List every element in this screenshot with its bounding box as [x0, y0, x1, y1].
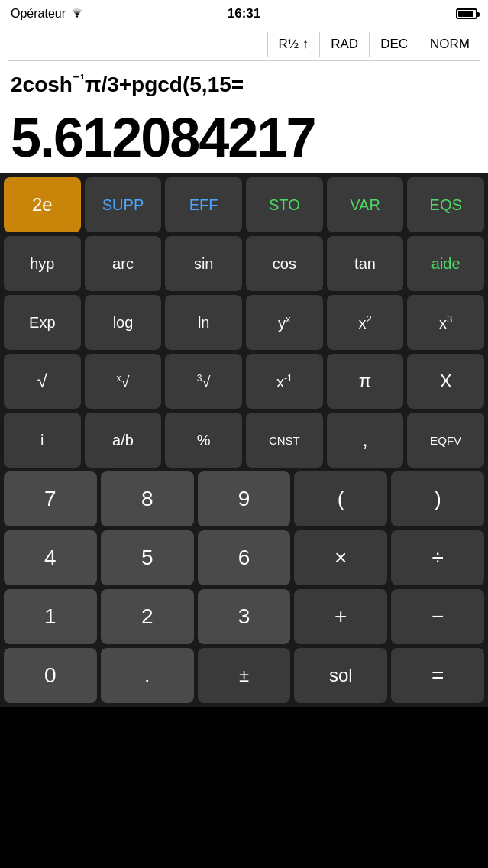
key-rparen[interactable]: ) — [391, 471, 484, 526]
key-cnst[interactable]: CNST — [246, 413, 323, 468]
key-row-7: 4 5 6 × ÷ — [4, 530, 484, 585]
mode-bar: R½ ↑ RAD DEC NORM — [8, 28, 480, 61]
expression-text: 2cosh⁻¹π/3+pgcd(5,15= — [11, 72, 244, 98]
key-equals[interactable]: = — [391, 648, 484, 703]
key-pi[interactable]: π — [327, 354, 404, 409]
key-row-3: Exp log ln yx x2 x3 — [4, 295, 484, 350]
key-xsqrt[interactable]: x√ — [85, 354, 162, 409]
key-dot[interactable]: . — [101, 648, 194, 703]
key-sto[interactable]: STO — [246, 177, 323, 232]
key-0[interactable]: 0 — [4, 648, 97, 703]
key-4[interactable]: 4 — [4, 530, 97, 585]
expression-display: 2cosh⁻¹π/3+pgcd(5,15= — [8, 61, 480, 105]
key-percent[interactable]: % — [165, 413, 242, 468]
battery-container — [456, 8, 477, 19]
key-7[interactable]: 7 — [4, 471, 97, 526]
key-6[interactable]: 6 — [198, 530, 291, 585]
key-ab[interactable]: a/b — [85, 413, 162, 468]
wifi-icon — [70, 7, 84, 21]
key-row-5: i a/b % CNST , EQFV — [4, 413, 484, 468]
key-row-9: 0 . ± sol = — [4, 648, 484, 703]
key-supp[interactable]: SUPP — [85, 177, 162, 232]
key-sin[interactable]: sin — [165, 236, 242, 291]
key-row-2: hyp arc sin cos tan aide — [4, 236, 484, 291]
status-time: 16:31 — [228, 6, 260, 21]
mode-rad[interactable]: RAD — [319, 32, 369, 57]
mode-r12[interactable]: R½ ↑ — [267, 32, 320, 57]
key-ln[interactable]: ln — [165, 295, 242, 350]
key-2[interactable]: 2 — [101, 589, 194, 644]
key-eqfv[interactable]: EQFV — [407, 413, 484, 468]
svg-point-0 — [76, 15, 78, 17]
key-aide[interactable]: aide — [407, 236, 484, 291]
status-carrier: Opérateur — [11, 7, 84, 21]
key-cbrt[interactable]: 3√ — [165, 354, 242, 409]
battery-icon — [456, 8, 477, 19]
key-eqs[interactable]: EQS — [407, 177, 484, 232]
key-cos[interactable]: cos — [246, 236, 323, 291]
key-3[interactable]: 3 — [198, 589, 291, 644]
result-text: 5.612084217 — [11, 110, 315, 165]
key-var[interactable]: VAR — [327, 177, 404, 232]
key-8[interactable]: 8 — [101, 471, 194, 526]
key-row-1: 2e SUPP EFF STO VAR EQS — [4, 177, 484, 232]
key-add[interactable]: + — [294, 589, 387, 644]
key-row-6: 7 8 9 ( ) — [4, 471, 484, 526]
status-bar: Opérateur 16:31 — [0, 0, 488, 28]
display-area: R½ ↑ RAD DEC NORM 2cosh⁻¹π/3+pgcd(5,15= … — [0, 28, 488, 173]
key-subtract[interactable]: − — [391, 589, 484, 644]
key-plusminus[interactable]: ± — [198, 648, 291, 703]
mode-dec[interactable]: DEC — [369, 32, 419, 57]
key-x2[interactable]: x2 — [327, 295, 404, 350]
mode-norm[interactable]: NORM — [419, 32, 480, 57]
key-row-8: 1 2 3 + − — [4, 589, 484, 644]
key-tan[interactable]: tan — [327, 236, 404, 291]
key-exp[interactable]: Exp — [4, 295, 81, 350]
key-x-var[interactable]: X — [407, 354, 484, 409]
key-lparen[interactable]: ( — [294, 471, 387, 526]
key-yx[interactable]: yx — [246, 295, 323, 350]
key-hyp[interactable]: hyp — [4, 236, 81, 291]
carrier-text: Opérateur — [11, 7, 66, 21]
key-2e[interactable]: 2e — [4, 177, 81, 232]
key-row-4: √ x√ 3√ x-1 π X — [4, 354, 484, 409]
key-xinv[interactable]: x-1 — [246, 354, 323, 409]
key-log[interactable]: log — [85, 295, 162, 350]
key-sqrt[interactable]: √ — [4, 354, 81, 409]
key-divide[interactable]: ÷ — [391, 530, 484, 585]
key-multiply[interactable]: × — [294, 530, 387, 585]
key-eff[interactable]: EFF — [165, 177, 242, 232]
key-9[interactable]: 9 — [198, 471, 291, 526]
key-1[interactable]: 1 — [4, 589, 97, 644]
result-display: 5.612084217 — [8, 105, 480, 173]
key-x3[interactable]: x3 — [407, 295, 484, 350]
key-arc[interactable]: arc — [85, 236, 162, 291]
keyboard: 2e SUPP EFF STO VAR EQS hyp arc sin cos — [0, 173, 488, 707]
key-comma[interactable]: , — [327, 413, 404, 468]
key-sol[interactable]: sol — [294, 648, 387, 703]
key-5[interactable]: 5 — [101, 530, 194, 585]
key-i[interactable]: i — [4, 413, 81, 468]
